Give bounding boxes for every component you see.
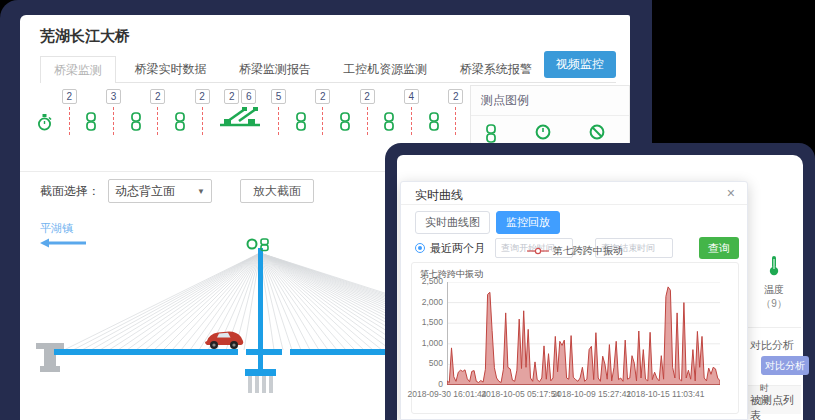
temperature-legend-item[interactable]: 温度 （9） [749, 255, 799, 311]
sensor-count-badge: 4 [404, 89, 419, 135]
dashed-marker [157, 107, 158, 135]
section-select[interactable]: 动态背立面 ▼ [108, 179, 212, 203]
x-tick-label: 2018-10-15 11:03:41 [626, 389, 704, 399]
y-tick-label: 2,500 [422, 276, 443, 286]
temperature-count: （9） [749, 297, 799, 311]
section-controls: 截面选择： 动态背立面 ▼ 放大截面 [40, 178, 314, 204]
temperature-label: 温度 [749, 283, 799, 297]
chain-sensor-icon[interactable] [339, 112, 351, 131]
left-pier [36, 343, 64, 349]
bridge-deck [54, 349, 238, 355]
chain-sensor-icon[interactable] [383, 112, 395, 131]
sensor-count-badge: 2 [448, 89, 463, 135]
tab-monitor-report[interactable]: 桥梁监测报告 [225, 55, 325, 82]
tab-monitor-playback[interactable]: 监控回放 [496, 211, 560, 234]
clock-legend-icon [535, 124, 551, 140]
dashed-marker [202, 107, 203, 135]
chain-sensor-icon[interactable] [85, 112, 97, 131]
x-tick-label: 2018-10-05 05:17:54 [481, 389, 560, 399]
compare-analysis-button[interactable]: 对比分析 [761, 356, 809, 375]
x-tick-label: 2018-10-09 15:27:41 [552, 389, 631, 399]
chart-legend[interactable]: 第七跨跨中振动 [412, 244, 738, 258]
enlarge-section-button[interactable]: 放大截面 [240, 179, 314, 203]
dashed-marker [69, 107, 70, 135]
sensor-count-badge: 2 [195, 89, 210, 135]
sensor-count-badge: 2 [224, 89, 239, 104]
dialog-tabbar: 实时曲线图 监控回放 [415, 211, 560, 234]
sensor-count-badge: 2 [150, 89, 165, 135]
chain-sensor-icon[interactable] [295, 112, 307, 131]
sensor-count-badge: 5 [271, 89, 286, 135]
sensor-count-badge: 2 [62, 89, 77, 135]
car-illustration [205, 332, 243, 350]
thermometer-icon [767, 255, 781, 276]
truss-icon [218, 104, 262, 130]
sensor-count-badge: 3 [106, 89, 121, 135]
legend-series-label: 第七跨跨中振动 [553, 244, 623, 258]
sensor-count-badge: 2 [360, 89, 375, 135]
y-tick-label: 0 [438, 379, 443, 389]
section-select-label: 截面选择： [40, 183, 100, 200]
legend-icons-row [471, 116, 629, 143]
chain-sensor-icon[interactable] [428, 112, 440, 131]
y-tick-label: 1,500 [422, 317, 443, 327]
chain-legend-icon [485, 124, 497, 143]
tower-top-sensor-icons[interactable] [248, 239, 269, 251]
realtime-curve-dialog: 实时曲线 × 实时曲线图 监控回放 最近两个月 - 查询 第七跨跨中振动 第七跨… [400, 181, 748, 420]
dashed-marker [322, 107, 323, 135]
legend-marker-icon [527, 247, 549, 255]
y-tick-label: 2,000 [422, 297, 443, 307]
sensor-count-badge: 2 [315, 89, 330, 135]
vibration-chart: 第七跨跨中振动 第七跨跨中振动 05001,0001,5002,0002,500… [411, 262, 739, 414]
dashed-marker [411, 107, 412, 135]
dashed-marker [113, 107, 114, 135]
stopwatch-icon[interactable] [36, 113, 53, 132]
bridge-tower [258, 248, 263, 349]
measured-point-list-title: 被测点列表 [750, 393, 803, 420]
series-plot [447, 282, 720, 385]
direction-label: 平湖镇 [40, 222, 73, 234]
close-icon[interactable]: × [727, 185, 735, 201]
dashed-marker [278, 107, 279, 135]
tab-system-alarm[interactable]: 桥梁系统报警 [446, 55, 546, 82]
screen: 芜湖长江大桥 桥梁监测 桥梁实时数据 桥梁监测报告 工控机资源监测 桥梁系统报警… [0, 0, 815, 420]
divider [747, 327, 801, 328]
section-select-value: 动态背立面 [115, 183, 175, 200]
dashed-marker [367, 107, 368, 135]
tab-ipc-resource[interactable]: 工控机资源监测 [329, 55, 441, 82]
divider [401, 204, 747, 205]
y-tick-label: 500 [429, 358, 443, 368]
sensor-strip: 2 3 2 2 2 6 5 2 2 4 2 [36, 89, 488, 149]
tab-realtime-data[interactable]: 桥梁实时数据 [120, 55, 220, 82]
plot-area: 05001,0001,5002,0002,500 2018-09-30 16:0… [447, 282, 720, 385]
dashed-marker [455, 107, 456, 135]
dropdown-arrow-icon: ▼ [197, 187, 205, 196]
page-title: 芜湖长江大桥 [40, 27, 130, 46]
truss-sensor-group[interactable]: 2 6 [218, 89, 262, 130]
chain-sensor-icon[interactable] [130, 112, 142, 131]
sensor-count-badge: 6 [241, 89, 256, 104]
x-axis-title: 时间 [760, 382, 769, 408]
vibration-series [447, 287, 720, 385]
main-tabbar: 桥梁监测 桥梁实时数据 桥梁监测报告 工控机资源监测 桥梁系统报警 [40, 55, 616, 83]
x-tick-label: 2018-09-30 16:01:44 [408, 389, 487, 399]
ban-legend-icon [589, 124, 605, 140]
tower-piles [248, 376, 273, 393]
video-monitor-button[interactable]: 视频监控 [544, 51, 616, 78]
chain-sensor-icon[interactable] [174, 112, 186, 131]
dialog-title: 实时曲线 [415, 187, 463, 204]
legend-panel-title: 测点图例 [471, 86, 629, 116]
tab-bridge-monitor[interactable]: 桥梁监测 [40, 56, 116, 83]
tab-realtime-curve[interactable]: 实时曲线图 [415, 211, 490, 234]
compare-analysis-title: 对比分析 [750, 338, 794, 353]
y-tick-label: 1,000 [422, 338, 443, 348]
